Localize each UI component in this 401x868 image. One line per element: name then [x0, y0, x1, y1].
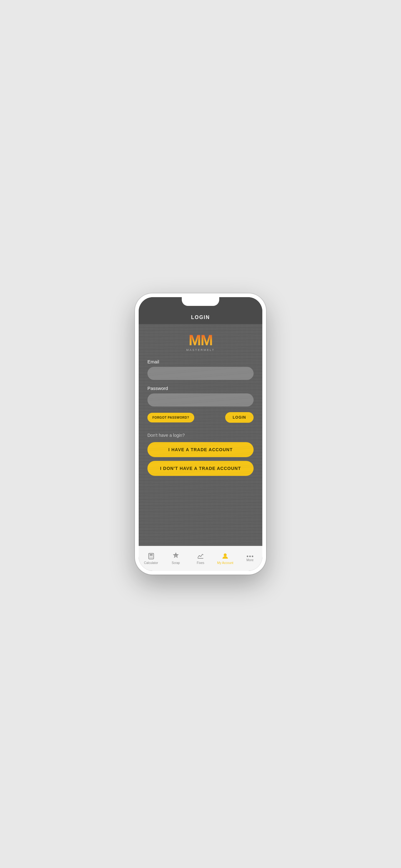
svg-point-5 [149, 557, 150, 558]
nav-label-fixes: Fixes [197, 561, 204, 565]
email-label: Email [147, 359, 254, 364]
nav-item-fixes[interactable]: Fixes [188, 552, 213, 565]
nav-item-calculator[interactable]: Calculator [139, 552, 163, 565]
svg-rect-1 [149, 554, 153, 556]
nav-item-more[interactable]: More [238, 556, 262, 562]
no-trade-account-button[interactable]: I DON'T HAVE A TRADE ACCOUNT [147, 461, 254, 476]
more-icon [247, 556, 253, 557]
phone-frame: LOGIN MM MASTERMELT Email Password FORGO… [135, 293, 266, 575]
trade-account-section: Don't have a login? I HAVE A TRADE ACCOU… [147, 433, 254, 476]
header-bar: LOGIN [139, 311, 262, 324]
page-title: LOGIN [191, 315, 210, 320]
svg-point-7 [152, 557, 153, 558]
email-input[interactable] [147, 367, 254, 380]
fixes-icon [197, 552, 204, 560]
scrap-icon: $ [172, 552, 179, 560]
auth-button-row: FORGOT PASSWORD? LOGIN [147, 412, 254, 423]
logo-icon: MM [189, 333, 212, 348]
nav-label-more: More [246, 558, 254, 562]
nav-item-scrap[interactable]: $ Scrap [163, 552, 188, 565]
svg-point-11 [224, 554, 226, 556]
svg-point-6 [151, 557, 152, 558]
bottom-navigation: Calculator $ Scrap Fixes [139, 546, 262, 571]
main-content: MM MASTERMELT Email Password FORGOT PASS… [139, 324, 262, 546]
nav-label-scrap: Scrap [172, 561, 180, 565]
svg-point-2 [149, 556, 150, 557]
password-input[interactable] [147, 393, 254, 406]
login-button[interactable]: LOGIN [225, 412, 254, 423]
svg-point-4 [152, 556, 153, 557]
phone-screen: LOGIN MM MASTERMELT Email Password FORGO… [139, 297, 262, 571]
forgot-password-button[interactable]: FORGOT PASSWORD? [147, 413, 194, 423]
nav-item-my-account[interactable]: My Account [213, 552, 238, 565]
phone-notch [182, 297, 219, 306]
calculator-icon [147, 552, 155, 560]
password-label: Password [147, 385, 254, 391]
svg-rect-0 [149, 553, 154, 559]
my-account-icon [222, 552, 229, 560]
no-login-text: Don't have a login? [147, 433, 254, 438]
nav-label-calculator: Calculator [144, 561, 158, 565]
svg-point-3 [151, 556, 152, 557]
logo-subtitle: MASTERMELT [187, 348, 215, 351]
logo-area: MM MASTERMELT [147, 333, 254, 351]
have-trade-account-button[interactable]: I HAVE A TRADE ACCOUNT [147, 442, 254, 457]
nav-label-my-account: My Account [217, 561, 233, 565]
